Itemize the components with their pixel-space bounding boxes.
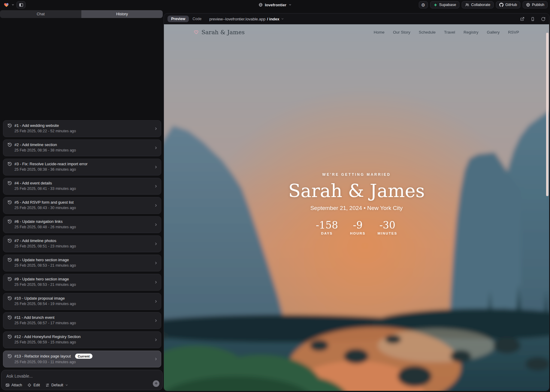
history-item[interactable]: #13 - Refactor index page layout Current… — [3, 351, 161, 367]
sidebar-tabbar: Chat History — [0, 10, 163, 18]
chevron-right-icon[interactable] — [154, 242, 158, 246]
history-icon — [8, 334, 12, 339]
chevron-right-icon[interactable] — [154, 165, 158, 169]
history-icon — [8, 219, 12, 224]
history-item[interactable]: #9 - Update hero section image Current 2… — [3, 274, 161, 291]
history-icon — [8, 296, 12, 301]
history-item[interactable]: #12 - Add Honeyfund Registry Section Cur… — [3, 331, 161, 348]
tab-chat[interactable]: Chat — [0, 10, 81, 18]
site-nav-link[interactable]: Travel — [444, 30, 455, 34]
history-icon — [8, 181, 12, 185]
chevron-right-icon[interactable] — [154, 338, 158, 342]
history-item[interactable]: #11 - Add brunch event Current 25 Feb 20… — [3, 312, 161, 329]
preview-url-path: / index — [267, 17, 279, 21]
project-chevron-down-icon — [289, 3, 292, 6]
countdown-label: HOURS — [350, 232, 366, 235]
history-item[interactable]: #6 - Update navigation links Current 25 … — [3, 216, 161, 233]
attach-button[interactable]: Attach — [5, 383, 22, 387]
settings-button[interactable]: ⚙ — [419, 1, 428, 8]
workspace-chevron-down-icon[interactable] — [11, 3, 14, 6]
publish-globe-icon — [526, 3, 530, 7]
preview-scrollbar-thumb[interactable] — [546, 33, 548, 196]
history-item-timestamp: 25 Feb 2025, 08:43 - 30 minutes ago — [14, 206, 157, 210]
mode-label: Default — [51, 383, 63, 387]
history-item-title: #1 - Add wedding website — [14, 123, 59, 128]
history-list: #1 - Add wedding website Current 25 Feb … — [3, 120, 161, 367]
send-button[interactable] — [153, 380, 159, 387]
chevron-right-icon[interactable] — [154, 204, 158, 208]
countdown-label: DAYS — [316, 232, 338, 235]
chevron-right-icon[interactable] — [154, 184, 158, 188]
history-item-timestamp: 25 Feb 2025, 08:38 - 36 minutes ago — [14, 167, 157, 172]
history-item-timestamp: 25 Feb 2025, 08:54 - 19 minutes ago — [14, 302, 157, 306]
project-switcher[interactable]: lovefrontier — [258, 0, 292, 10]
publish-label: Publish — [532, 3, 544, 7]
history-item-title: #2 - Add timeline section — [14, 142, 57, 147]
chevron-right-icon[interactable] — [154, 280, 158, 284]
mobile-view-button[interactable] — [530, 17, 535, 21]
edit-label: Edit — [33, 383, 40, 387]
chevron-right-icon[interactable] — [154, 357, 158, 361]
chevron-right-icon[interactable] — [154, 127, 158, 131]
history-item-title: #3 - Fix: Resolve Lucide-react import er… — [14, 162, 87, 166]
publish-button[interactable]: Publish — [523, 1, 548, 8]
preview-url-host: preview--lovefrontier.lovable.app — [209, 17, 265, 21]
chat-composer[interactable]: Ask Lovable... Attach Edit Default — [1, 370, 163, 390]
tab-history[interactable]: History — [81, 10, 163, 18]
history-item[interactable]: #4 - Add event details Current 25 Feb 20… — [3, 178, 161, 195]
tab-preview[interactable]: Preview — [168, 16, 189, 22]
chevron-right-icon[interactable] — [154, 146, 158, 150]
edit-button[interactable]: Edit — [27, 383, 40, 387]
history-item-timestamp: 25 Feb 2025, 08:51 - 23 minutes ago — [14, 244, 157, 248]
history-item[interactable]: #10 - Update proposal image Current 25 F… — [3, 293, 161, 310]
gear-icon: ⚙ — [421, 3, 425, 7]
history-item-timestamp: 25 Feb 2025, 08:57 - 17 minutes ago — [14, 321, 157, 325]
site-nav-link[interactable]: Our Story — [393, 30, 410, 34]
chevron-right-icon[interactable] — [154, 261, 158, 265]
countdown-label: MINUTES — [377, 232, 397, 235]
history-icon — [8, 354, 12, 358]
history-item[interactable]: #5 - Add RSVP form and guest list Curren… — [3, 197, 161, 214]
github-button[interactable]: GitHub — [496, 1, 520, 8]
history-item-title: #5 - Add RSVP form and guest list — [14, 200, 74, 205]
image-icon — [5, 383, 10, 387]
history-item-timestamp: 25 Feb 2025, 08:22 - 52 minutes ago — [14, 129, 157, 133]
tab-code[interactable]: Code — [192, 17, 201, 21]
site-nav-link[interactable]: Schedule — [419, 30, 436, 34]
refresh-icon — [541, 17, 545, 21]
history-item[interactable]: #7 - Add timeline photos Current 25 Feb … — [3, 235, 161, 252]
github-icon — [499, 3, 503, 7]
countdown-unit: -9 HOURS — [350, 219, 366, 235]
site-nav-link[interactable]: RSVP — [508, 30, 519, 34]
site-nav-link[interactable]: Registry — [464, 30, 479, 34]
lovable-logo-icon[interactable] — [4, 2, 9, 7]
target-icon — [27, 383, 32, 387]
history-item-timestamp: 25 Feb 2025, 08:53 - 21 minutes ago — [14, 263, 157, 268]
history-item-timestamp: 25 Feb 2025, 09:03 - 11 minutes ago — [14, 360, 157, 364]
chevron-right-icon[interactable] — [154, 223, 158, 227]
history-item[interactable]: #1 - Add wedding website Current 25 Feb … — [3, 120, 161, 137]
supabase-button[interactable]: Supabase — [430, 1, 459, 8]
mode-select[interactable]: Default — [45, 383, 68, 387]
chevron-right-icon[interactable] — [154, 319, 158, 323]
history-item[interactable]: #2 - Add timeline section Current 25 Feb… — [3, 139, 161, 156]
countdown-unit: -158 DAYS — [316, 219, 338, 235]
preview-url[interactable]: preview--lovefrontier.lovable.app / inde… — [209, 17, 284, 21]
refresh-button[interactable] — [541, 17, 545, 21]
open-in-new-tab-button[interactable] — [520, 17, 524, 21]
globe-icon — [258, 3, 263, 7]
hero-title: Sarah & James — [164, 180, 549, 201]
countdown: -158 DAYS -9 HOURS -30 MINUTES — [164, 219, 549, 235]
chevron-right-icon[interactable] — [154, 300, 158, 304]
history-item[interactable]: #3 - Fix: Resolve Lucide-react import er… — [3, 159, 161, 175]
history-item-timestamp: 25 Feb 2025, 08:53 - 21 minutes ago — [14, 283, 157, 287]
site-logo[interactable]: Sarah & James — [194, 29, 245, 35]
collaborate-button[interactable]: Collaborate — [462, 1, 494, 8]
site-header: Sarah & James HomeOur StoryScheduleTrave… — [164, 24, 549, 40]
heart-icon — [194, 30, 199, 34]
history-item[interactable]: #8 - Update hero section image Current 2… — [3, 255, 161, 271]
sidebar-toggle-button[interactable] — [17, 1, 26, 8]
composer-placeholder[interactable]: Ask Lovable... — [6, 374, 33, 379]
site-nav-link[interactable]: Home — [374, 30, 385, 34]
site-nav-link[interactable]: Gallery — [487, 30, 500, 34]
